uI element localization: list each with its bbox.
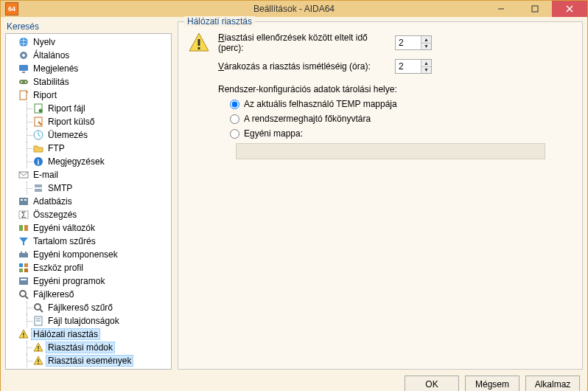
wait-repeat-label: Várakozás a riasztás ismétléséig (óra): [218,61,388,72]
tree-item-fajlkereso[interactable]: Fájlkereső [7,288,171,301]
svg-text:Σ: Σ [21,211,26,219]
tree-label: Adatbázis [31,196,74,207]
tree-item-riport[interactable]: Riport [7,89,171,102]
ok-button[interactable]: OK [405,376,459,391]
tree-item-megjelenes[interactable]: Megjelenés [7,62,171,75]
tree-item-fajlkereso-szuro[interactable]: Fájlkereső szűrő [16,301,171,314]
svg-rect-53 [198,47,200,49]
app-icon: 64 [5,2,18,15]
tree-item-riport-fajl[interactable]: Riport fájl [16,102,171,115]
svg-rect-31 [21,252,22,253]
variables-icon [18,222,29,234]
tree-item-egyeni-komponensek[interactable]: Egyéni komponensek [7,248,171,261]
svg-rect-52 [198,39,200,46]
svg-rect-29 [24,225,28,231]
tree-item-altalanos[interactable]: Általános [7,49,171,62]
tree-label: Fájlkereső [31,289,76,300]
tree-item-egyeni-programok[interactable]: Egyéni programok [7,274,171,288]
svg-rect-36 [24,269,28,272]
tree-label: Egyéni programok [31,276,107,286]
tree-label: Riasztási események [46,355,133,367]
tree-item-ftp[interactable]: FTP [16,142,171,155]
radio-sysdrive-root[interactable]: A rendszermeghajtó főkönyvtára [230,114,573,124]
components-icon [18,249,29,260]
tree-item-riport-kulso[interactable]: Riport külső [16,115,171,128]
spinner-down[interactable]: ▼ [421,67,431,74]
settings-window: 64 Beállítások - AIDA64 Keresés [0,0,588,391]
tree-item-fajl-tulajdonsagok[interactable]: Fájl tulajdonságok [16,314,171,328]
wait-repeat-row: Várakozás a riasztás ismétléséig (óra): … [218,59,573,74]
svg-line-40 [25,296,28,299]
tree-item-adatbazis[interactable]: Adatbázis [7,195,171,208]
cancel-button[interactable]: Mégsem [465,376,519,391]
window-controls [484,1,587,17]
svg-rect-38 [21,279,27,280]
spinner-up[interactable]: ▲ [421,60,431,67]
tree-item-stabilitas[interactable]: Stabilitás [7,75,171,89]
close-button[interactable] [552,1,587,17]
window-body: Keresés Nyelv Általános [1,17,587,391]
tree-container[interactable]: Nyelv Általános Megjelenés [5,33,172,370]
svg-rect-46 [23,333,24,336]
radio-label: Az aktuális felhasználó TEMP mappája [244,99,397,109]
minimize-button[interactable] [484,1,518,17]
svg-rect-49 [38,350,38,350]
network-alert-group: Hálózati riasztás Riasztási ellenőrzések… [178,21,583,370]
spinner-up[interactable]: ▲ [421,36,431,44]
monitor-icon [18,63,29,75]
tree-label: Riport külső [46,117,97,127]
check-interval-spinner[interactable]: ▲ ▼ [395,35,432,50]
svg-rect-22 [35,189,42,192]
page-external-icon [32,116,44,128]
tree-item-egyeni-valtozok[interactable]: Egyéni változók [7,221,171,235]
tree-label: Megjegyzések [46,156,107,167]
check-interval-row: Riasztási ellenőrzések között eltelt idő… [218,32,573,53]
spinner-down[interactable]: ▼ [421,44,431,50]
tree-item-riasztasi-esemenyek[interactable]: Riasztási események [16,354,171,367]
tree-item-halozati-riasztas[interactable]: Hálózati riasztás [7,328,171,341]
tree-label: Megjelenés [31,63,80,74]
apply-button[interactable]: Alkalmaz [525,376,580,391]
radio-user-temp-input[interactable] [230,100,239,109]
dialog-buttons: OK Mégsem Alkalmaz [1,370,587,391]
svg-rect-32 [25,252,27,253]
tree-item-smtp[interactable]: SMTP [16,181,171,195]
storage-radios: Az aktuális felhasználó TEMP mappája A r… [230,99,573,139]
wait-repeat-spinner[interactable]: ▲ ▼ [395,59,432,74]
tree-item-riasztasi-modok[interactable]: Riasztási módok [16,341,171,354]
maximize-button[interactable] [518,1,552,17]
info-icon: i [32,156,44,167]
radio-user-temp[interactable]: Az aktuális felhasználó TEMP mappája [230,99,573,109]
tree-item-eszkoz-profil[interactable]: Eszköz profil [7,261,171,274]
svg-rect-28 [19,225,23,231]
spinner-arrows: ▲ ▼ [421,36,431,49]
warning-icon [32,342,44,353]
funnel-icon [18,235,29,247]
tree-label: Hálózati riasztás [31,328,100,340]
tree-label: Eszköz profil [31,263,85,273]
svg-rect-35 [19,269,23,272]
globe-icon [18,36,29,48]
tree-label: Stabilitás [31,77,71,87]
svg-rect-33 [19,263,23,267]
tree-label: Ütemezés [46,130,90,140]
tree-item-osszegzes[interactable]: Σ Összegzés [7,208,171,221]
search-icon [32,302,44,314]
svg-rect-13 [20,91,27,100]
tree-label: SMTP [46,183,74,193]
tree-item-megjegyzesek[interactable]: i Megjegyzések [16,155,171,168]
tree-item-utemezes[interactable]: Ütemezés [16,128,171,142]
radio-sysdrive-root-input[interactable] [230,114,239,124]
left-panel: Keresés Nyelv Általános [5,21,172,370]
radio-custom-folder[interactable]: Egyéni mappa: [230,128,573,139]
warning-icon [187,31,211,55]
tree-item-email[interactable]: E-mail [7,168,171,181]
wait-repeat-input[interactable] [396,60,421,73]
radio-custom-folder-input[interactable] [230,129,239,139]
titlebar: 64 Beállítások - AIDA64 [1,1,587,17]
svg-rect-21 [35,184,42,187]
check-interval-input[interactable] [396,36,421,49]
tree-item-nyelv[interactable]: Nyelv [7,35,171,49]
svg-rect-50 [38,359,38,362]
tree-item-tartalom-szures[interactable]: Tartalom szűrés [7,235,171,248]
